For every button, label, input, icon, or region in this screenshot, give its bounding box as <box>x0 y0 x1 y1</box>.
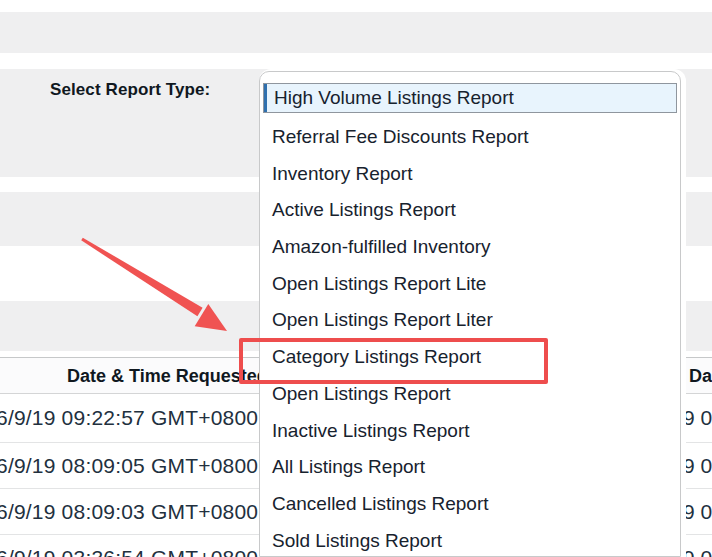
report-type-option[interactable]: Referral Fee Discounts Report <box>260 119 680 156</box>
report-type-option[interactable]: All Listings Report <box>260 449 680 486</box>
column-header-second-fragment: Da <box>689 366 712 387</box>
option-selected[interactable]: High Volume Listings Report <box>263 83 677 113</box>
report-type-option[interactable]: Cancelled Listings Report <box>260 486 680 523</box>
report-type-dropdown-popup: High Volume Listings Report Referral Fee… <box>259 69 686 557</box>
date-time-requested-cell: 6/9/19 03:36:54 GMT+0800 <box>0 546 258 557</box>
report-type-option[interactable]: Amazon-fulfilled Inventory <box>260 229 680 266</box>
report-type-option[interactable]: Inactive Listings Report <box>260 413 680 450</box>
report-type-options: Referral Fee Discounts ReportInventory R… <box>260 119 680 557</box>
background-band <box>0 12 712 53</box>
date-time-requested-cell: 6/9/19 09:22:57 GMT+0800 <box>0 406 258 430</box>
column-header-date-time-requested: Date & Time Requested <box>67 366 268 387</box>
second-column-cell-fragment: 9 08 <box>683 500 712 524</box>
report-type-option[interactable]: Active Listings Report <box>260 192 680 229</box>
report-type-option[interactable]: Inventory Report <box>260 156 680 193</box>
date-time-requested-cell: 6/9/19 08:09:05 GMT+0800 <box>0 454 258 478</box>
report-type-option[interactable]: Category Listings Report <box>260 339 680 376</box>
report-type-option[interactable]: Open Listings Report Liter <box>260 302 680 339</box>
second-column-cell-fragment: 9 09 <box>683 406 712 430</box>
report-type-option[interactable]: Open Listings Report Lite <box>260 266 680 303</box>
date-time-requested-cell: 6/9/19 08:09:03 GMT+0800 <box>0 500 258 524</box>
select-report-type-label: Select Report Type: <box>50 80 210 100</box>
page: Select Report Type: Date & Time Requeste… <box>0 0 712 557</box>
report-type-option[interactable]: Open Listings Report <box>260 376 680 413</box>
report-type-option[interactable]: Sold Listings Report <box>260 523 680 557</box>
second-column-cell-fragment: 9 08 <box>683 454 712 478</box>
second-column-cell-fragment: 9 03 <box>683 546 712 557</box>
report-type-listbox: High Volume Listings Report Referral Fee… <box>259 71 681 557</box>
